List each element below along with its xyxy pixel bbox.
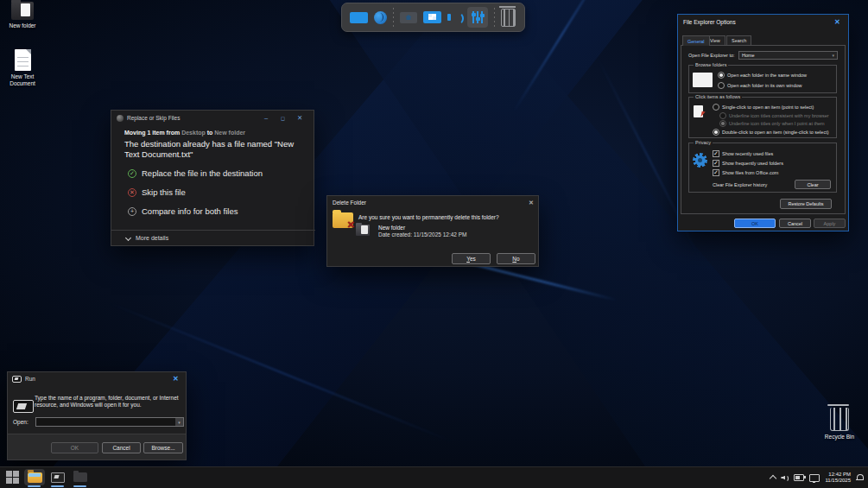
tab-general[interactable]: General	[682, 35, 710, 46]
restore-defaults-button[interactable]: Restore Defaults	[780, 199, 832, 209]
desktop-icon-new-folder[interactable]: New folder	[3, 2, 41, 29]
system-tray: 12:42 PM 11/15/2025	[770, 467, 868, 488]
dialog-title: Delete Folder	[333, 200, 366, 206]
cancel-label: Cancel	[112, 445, 130, 451]
display-tray-icon[interactable]	[809, 474, 820, 482]
apply-button[interactable]: Apply	[814, 219, 846, 228]
run-program-icon	[13, 400, 34, 413]
hidden-icons-chevron[interactable]	[770, 475, 776, 482]
radio-icon	[718, 82, 725, 89]
taskbar: 12:42 PM 11/15/2025	[0, 466, 868, 488]
radio-double-click[interactable]: Double-click to open an item (single-cli…	[713, 129, 829, 136]
notifications-bell-icon[interactable]	[856, 474, 863, 481]
start-button[interactable]	[2, 469, 22, 485]
browse-folders-group: Browse folders Open each folder in the s…	[688, 65, 837, 93]
cancel-label: Cancel	[788, 221, 802, 226]
click-pointer-icon	[694, 105, 703, 117]
radio-underline-browser: Underline icon titles consistent with my…	[719, 112, 829, 119]
checkbox-recent-files[interactable]: Show recently used files	[713, 150, 773, 157]
volume-icon[interactable]	[781, 474, 789, 481]
folder-icon	[11, 2, 34, 20]
option-skip-file[interactable]: ✕ Skip this file	[128, 187, 186, 197]
maximize-button[interactable]: ◻	[281, 115, 285, 122]
close-icon[interactable]: ✕	[834, 19, 840, 26]
chevron-down-icon[interactable]: ▾	[175, 418, 183, 426]
mixer-bar	[472, 11, 474, 23]
audio-mixer-button[interactable]	[467, 7, 488, 28]
clear-label: Clear	[807, 182, 818, 187]
radio-icon	[713, 129, 719, 136]
option-label: Compare info for both files	[142, 206, 238, 216]
conflict-message: The destination already has a file named…	[124, 139, 309, 160]
clock-time: 12:42 PM	[825, 472, 851, 478]
clear-button[interactable]: Clear	[795, 180, 831, 189]
radio-icon	[718, 72, 725, 79]
cancel-button[interactable]: Cancel	[779, 219, 811, 228]
trash-icon[interactable]	[501, 9, 516, 27]
globe-icon[interactable]	[374, 11, 387, 24]
option-replace-file[interactable]: ✓ Replace the file in the destination	[128, 168, 263, 178]
delete-folder-icon	[333, 212, 353, 228]
display-icon[interactable]	[350, 12, 368, 23]
checkbox-label: Show recently used files	[722, 151, 773, 156]
tab-search[interactable]: Search	[726, 35, 751, 45]
taskbar-file-explorer[interactable]	[24, 469, 45, 485]
cast-toolbar	[341, 3, 525, 32]
minimize-button[interactable]: –	[264, 115, 268, 122]
desktop-icon-recycle-bin[interactable]: Recycle Bin	[817, 408, 862, 440]
open-combobox: ▾	[35, 417, 184, 427]
cast-display-icon[interactable]	[423, 11, 441, 23]
taskbar-clock[interactable]: 12:42 PM 11/15/2025	[825, 472, 851, 484]
gear-icon	[693, 153, 707, 168]
radio-own-window[interactable]: Open each folder in its own window	[718, 82, 802, 89]
radio-same-window[interactable]: Open each folder in the same window	[718, 72, 807, 79]
yes-button[interactable]: Yes	[452, 253, 491, 264]
run-description: Type the name of a program, folder, docu…	[35, 395, 183, 409]
running-indicator	[28, 485, 41, 487]
running-indicator	[73, 485, 86, 487]
item-name: New folder	[378, 225, 405, 231]
wireless-signal-icon[interactable]	[447, 11, 461, 23]
close-button[interactable]: ✕	[297, 115, 302, 122]
moving-prefix: Moving 1 item from	[124, 130, 180, 136]
close-icon[interactable]: ✕	[173, 376, 179, 383]
more-details-toggle[interactable]: More details	[126, 235, 168, 241]
radio-underline-point: Underline icon titles only when I point …	[719, 120, 825, 127]
checkbox-office-files[interactable]: Show files from Office.com	[713, 169, 778, 176]
clear-history-label: Clear File Explorer history	[713, 182, 767, 187]
run-window-icon	[51, 472, 65, 483]
cancel-button[interactable]: Cancel	[102, 442, 141, 453]
desktop-icon-label: New folder	[9, 22, 35, 29]
ok-button[interactable]: OK	[734, 219, 776, 228]
open-input[interactable]	[36, 418, 175, 426]
group-legend: Privacy	[694, 140, 713, 146]
open-to-dropdown[interactable]: Home ▾	[738, 51, 838, 60]
check-circle-icon: ✓	[128, 169, 136, 178]
open-to-value: Home	[742, 53, 755, 58]
replace-or-skip-dialog: Replace or Skip Files – ◻ ✕ Moving 1 ite…	[111, 110, 314, 246]
file-explorer-options-dialog: File Explorer Options ✕ General View Sea…	[677, 14, 849, 231]
desktop-icon-new-text-document[interactable]: New Text Document	[3, 49, 41, 86]
folder-window-icon	[73, 472, 87, 482]
close-icon[interactable]: ✕	[529, 200, 534, 206]
privacy-group: Privacy Show recently used files Show fr…	[688, 143, 837, 193]
browse-button[interactable]: Browse...	[143, 442, 183, 453]
radio-label: Underline icon titles only when I point …	[729, 121, 825, 126]
radio-icon	[719, 120, 726, 127]
no-button[interactable]: No	[497, 253, 535, 264]
dialog-title: Replace or Skip Files	[127, 115, 180, 121]
taskbar-run-window[interactable]	[48, 469, 68, 485]
desktop-icon-label: Recycle Bin	[825, 434, 854, 440]
checkbox-frequent-folders[interactable]: Show frequently used folders	[713, 160, 783, 167]
battery-icon[interactable]	[794, 474, 804, 481]
folder-icon	[356, 225, 370, 236]
ok-button[interactable]: OK	[51, 442, 98, 453]
option-compare-files[interactable]: + Compare info for both files	[128, 206, 238, 216]
radio-label: Open each folder in the same window	[727, 73, 807, 78]
moving-status: Moving 1 item from Desktop to New folder	[124, 130, 245, 136]
option-label: Skip this file	[142, 187, 186, 197]
radio-icon	[719, 112, 726, 119]
home-device-icon[interactable]	[400, 12, 417, 23]
radio-single-click[interactable]: Single-click to open an item (point to s…	[713, 104, 814, 111]
taskbar-folder-window[interactable]	[70, 469, 91, 485]
